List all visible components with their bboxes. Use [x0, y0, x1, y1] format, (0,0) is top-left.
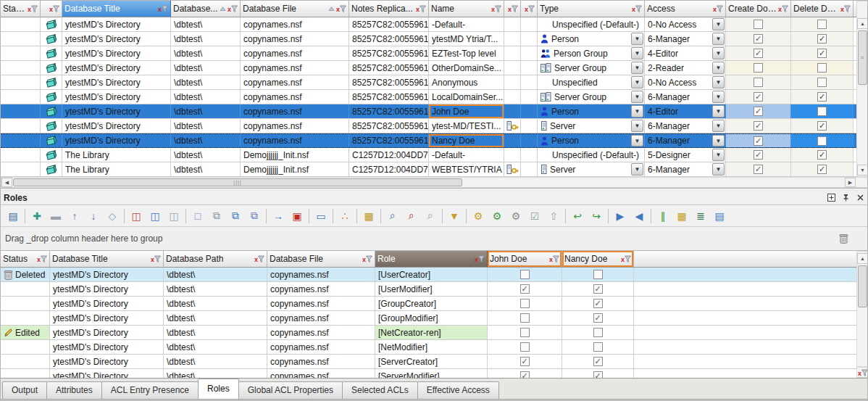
john-doe-role-checkbox[interactable] [520, 342, 530, 352]
screen-next-icon[interactable]: ▶ [611, 207, 630, 226]
access-dropdown[interactable]: ▼ [712, 120, 725, 132]
nancy-doe-role-checkbox[interactable]: ✓ [593, 284, 603, 294]
roles-header-database-file[interactable]: Database Filex [267, 251, 375, 268]
create-doc-checkbox[interactable] [754, 20, 763, 29]
close-pane-icon[interactable] [854, 193, 866, 203]
table-row[interactable]: ytestMD's Directory\dbtest\copynames.nsf… [1, 75, 857, 90]
create-doc-checkbox[interactable] [754, 78, 763, 87]
type-dropdown[interactable]: ▼ [631, 105, 643, 117]
top-header-icon[interactable]: x [504, 1, 521, 17]
top-header-access[interactable]: Accessx [645, 1, 726, 17]
delete-doc-checkbox[interactable] [817, 63, 827, 73]
nancy-doe-role-checkbox[interactable]: ✓ [593, 357, 603, 366]
servers-icon[interactable]: ≣ [691, 207, 710, 226]
remove-row-icon[interactable]: ▬ [46, 207, 65, 226]
nancy-doe-role-checkbox[interactable] [593, 342, 603, 352]
delete-doc-checkbox[interactable]: ✓ [817, 121, 827, 131]
scroll-up-arrow[interactable]: ▲ [857, 253, 868, 264]
nancy-doe-role-checkbox[interactable]: ✓ [593, 371, 603, 378]
expand-pane-icon[interactable] [825, 193, 837, 203]
john-doe-role-checkbox[interactable] [520, 299, 530, 308]
table-row[interactable]: ytestMD's Directory\dbtest\copynames.nsf… [1, 369, 857, 378]
top-header-database-title[interactable]: Database Titlex [62, 1, 171, 17]
roles-header-john-doe[interactable]: John Doex [488, 251, 562, 268]
john-doe-role-checkbox[interactable] [520, 313, 530, 323]
gear-file-icon[interactable]: ⚙ [506, 207, 525, 226]
top-header-database-[interactable]: Database...x [171, 1, 241, 17]
top-header-icon[interactable]: x [521, 1, 538, 17]
access-dropdown[interactable]: ▼ [712, 105, 725, 117]
access-dropdown[interactable]: ▼ [712, 91, 725, 103]
table-row[interactable]: ytestMD's Directory\dbtest\copynames.nsf… [1, 340, 857, 355]
create-doc-checkbox[interactable]: ✓ [754, 34, 763, 44]
select-children-icon[interactable]: ↓ [84, 207, 103, 226]
report-icon[interactable]: ▤ [4, 207, 22, 226]
table-row[interactable]: ytestMD's Directory\dbtest\copynames.nsf… [1, 355, 857, 369]
scrollbar-thumb[interactable]: ≡ [858, 30, 867, 85]
access-dropdown[interactable]: ▼ [712, 149, 725, 161]
copy-table-icon[interactable]: ⧉ [226, 207, 245, 226]
create-doc-checkbox[interactable]: ✓ [754, 150, 763, 160]
top-header-database-file[interactable]: Database Filex [241, 1, 349, 17]
columns-green-icon[interactable]: ∥ [654, 207, 672, 226]
zoom-font-icon[interactable]: ⌕ [402, 207, 421, 226]
filter-icon[interactable]: ▼ [445, 207, 464, 226]
scroll-left-arrow[interactable]: ◀ [1, 178, 12, 187]
table-row[interactable]: ytestMD's Directory\dbtest\copynames.nsf… [1, 61, 857, 75]
tab-global-acl-properties[interactable]: Global ACL Properties [238, 381, 343, 399]
john-doe-role-checkbox[interactable]: ✓ [520, 357, 530, 366]
access-dropdown[interactable]: ▼ [712, 18, 725, 30]
top-header-icon[interactable]: x [41, 1, 62, 17]
type-dropdown[interactable]: ▼ [631, 47, 643, 59]
type-dropdown[interactable]: ▼ [631, 91, 643, 103]
table-row[interactable]: The Library\dbtest\Demojjjjjj_Init.nsfC1… [1, 162, 857, 177]
grid-filter-indicator[interactable]: x [856, 367, 868, 378]
delete-doc-checkbox[interactable]: ✓ [817, 165, 827, 174]
roles-header-role[interactable]: Rolex [375, 251, 488, 268]
top-grid-hscrollbar[interactable]: ◀ |||| ▶ [1, 177, 868, 188]
john-doe-role-checkbox[interactable]: ✓ [520, 371, 530, 378]
screen-prev-icon[interactable]: ◀ [630, 207, 648, 226]
hide-column-icon[interactable]: ◫ [164, 207, 183, 226]
create-doc-checkbox[interactable]: ✓ [754, 92, 763, 102]
top-header-status[interactable]: Statusx [1, 1, 41, 17]
groupby-bar[interactable]: Drag _drop column header here to group [1, 227, 868, 251]
hierarchy-icon[interactable]: ∴ [335, 207, 354, 226]
nancy-doe-role-checkbox[interactable]: ✓ [593, 313, 603, 323]
zoom-out-icon[interactable]: ⌕ [421, 207, 440, 226]
table-row[interactable]: ytestMD's Directory\dbtest\copynames.nsf… [1, 119, 857, 133]
nav-back-window-icon[interactable]: ↪ [587, 207, 606, 226]
delete-doc-checkbox[interactable] [817, 136, 827, 146]
table-edit-icon[interactable]: ▦ [672, 207, 691, 226]
john-doe-role-checkbox[interactable] [520, 270, 530, 279]
create-doc-checkbox[interactable]: ✓ [754, 121, 763, 131]
nav-back-icon[interactable]: ↩ [568, 207, 587, 226]
scrollbar-thumb[interactable]: |||| [13, 178, 462, 186]
tab-output[interactable]: Output [2, 381, 47, 399]
table-row[interactable]: ytestMD's Directory\dbtest\copynames.nsf… [1, 297, 857, 311]
top-header-delete-doc-[interactable]: Delete Doc...x [791, 1, 854, 17]
table-row[interactable]: The Library\dbtest\Demojjjjjj_Init.nsfC1… [1, 148, 857, 162]
delete-doc-checkbox[interactable]: ✓ [817, 92, 827, 102]
type-dropdown[interactable]: ▼ [631, 163, 643, 175]
tab-effective-access[interactable]: Effective Access [417, 381, 499, 399]
scrollbar-thumb[interactable] [858, 265, 867, 307]
table-row[interactable]: ytestMD's Directory\dbtest\copynames.nsf… [1, 133, 857, 148]
tab-selected-acls[interactable]: Selected ACLs [342, 381, 418, 399]
delete-doc-checkbox[interactable] [817, 107, 827, 116]
roles-header-nancy-doe[interactable]: Nancy Doex [562, 251, 634, 268]
table-row[interactable]: ytestMD's Directory\dbtest\copynames.nsf… [1, 46, 857, 61]
copy-special-icon[interactable]: ⧉ [245, 207, 264, 226]
gear-apply-icon[interactable]: ⚙ [488, 207, 506, 226]
split-column-icon[interactable]: ◫ [146, 207, 164, 226]
create-doc-checkbox[interactable] [754, 63, 763, 73]
tab-acl-entry-presence[interactable]: ACL Entry Presence [101, 381, 199, 399]
access-dropdown[interactable]: ▼ [712, 135, 725, 146]
table-row[interactable]: ytestMD's Directory\dbtest\copynames.nsf… [1, 32, 857, 46]
table-row[interactable]: ytestMD's Directory\dbtest\copynames.nsf… [1, 311, 857, 326]
delete-doc-checkbox[interactable]: ✓ [817, 34, 827, 44]
select-parents-icon[interactable]: ↑ [65, 207, 84, 226]
console-icon[interactable]: ▤ [710, 207, 729, 226]
access-dropdown[interactable]: ▼ [712, 76, 725, 88]
access-dropdown[interactable]: ▼ [712, 62, 725, 74]
